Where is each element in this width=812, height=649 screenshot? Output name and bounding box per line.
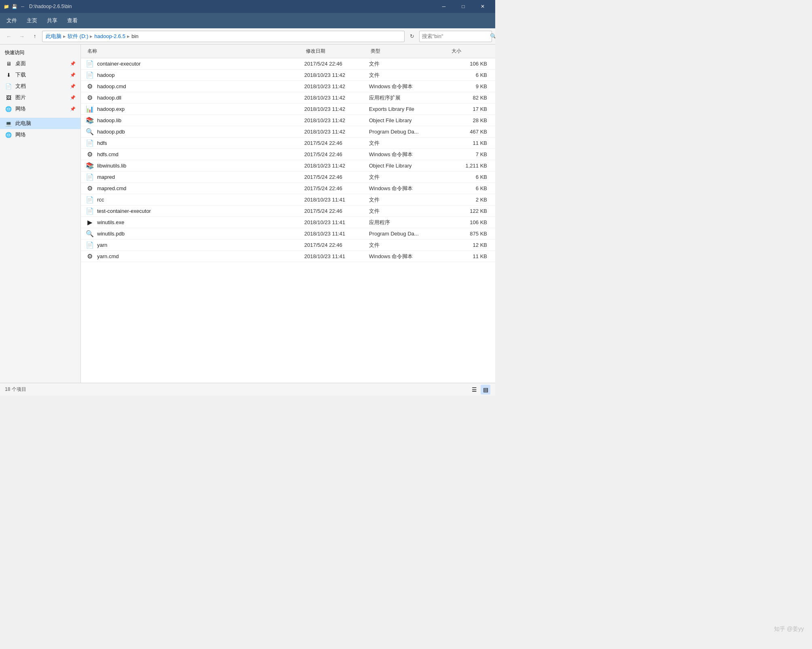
sidebar-item-docs-label: 文档: [15, 83, 26, 90]
breadcrumb-this-pc[interactable]: 此电脑: [46, 33, 61, 40]
table-row[interactable]: 📄 hdfs 2017/5/24 22:46 文件 11 KB: [81, 138, 495, 149]
file-name: hadoop.pdb: [97, 129, 125, 135]
file-name: winutils.pdb: [97, 231, 125, 237]
table-row[interactable]: ▶ winutils.exe 2018/10/23 11:41 应用程序 106…: [81, 217, 495, 228]
sidebar-item-download[interactable]: ⬇ 下载 📌: [0, 69, 81, 81]
table-row[interactable]: 📚 libwinutils.lib 2018/10/23 11:42 Objec…: [81, 160, 495, 172]
file-name: hadoop.lib: [97, 117, 121, 123]
maximize-button[interactable]: □: [454, 0, 473, 13]
file-name: hdfs.cmd: [97, 151, 119, 157]
address-bar: ← → ↑ 此电脑 ▸ 软件 (D:) ▸ hadoop-2.6.5 ▸ bin…: [0, 28, 495, 45]
sidebar-item-network[interactable]: 🌐 网络: [0, 129, 81, 140]
file-icon-exp: 📊: [86, 105, 94, 113]
menu-view[interactable]: 查看: [62, 15, 83, 27]
sidebar-item-download-label: 下载: [15, 71, 26, 78]
table-row[interactable]: 🔍 hadoop.pdb 2018/10/23 11:42 Program De…: [81, 126, 495, 138]
file-type: 应用程序: [369, 219, 450, 226]
list-view-button[interactable]: ☰: [469, 385, 479, 394]
file-name: yarn: [97, 242, 107, 248]
file-icon-lib: 📚: [86, 162, 94, 170]
file-name: test-container-executor: [97, 208, 151, 214]
network-icon: 🌐: [5, 131, 12, 138]
file-date: 2018/10/23 11:42: [304, 163, 369, 169]
file-type: 文件: [369, 72, 450, 79]
file-rows: 📄 container-executor 2017/5/24 22:46 文件 …: [81, 58, 495, 262]
menu-home[interactable]: 主页: [22, 15, 42, 27]
table-row[interactable]: 📄 yarn 2017/5/24 22:46 文件 12 KB: [81, 240, 495, 251]
quick-access-label: 快速访问: [0, 48, 81, 58]
breadcrumb-hadoop[interactable]: hadoop-2.6.5: [94, 33, 125, 39]
save-icon: 💾: [11, 3, 18, 10]
table-row[interactable]: 🔍 winutils.pdb 2018/10/23 11:41 Program …: [81, 228, 495, 240]
back-button[interactable]: ←: [3, 31, 15, 42]
sidebar-item-this-pc[interactable]: 💻 此电脑: [0, 118, 81, 129]
table-row[interactable]: 📄 test-container-executor 2017/5/24 22:4…: [81, 206, 495, 217]
menu-file[interactable]: 文件: [2, 15, 22, 27]
refresh-button[interactable]: ↻: [406, 31, 418, 42]
menu-bar: 文件 主页 共享 查看: [0, 13, 495, 28]
divider-icon: ─: [19, 3, 26, 10]
main-layout: 快速访问 🖥 桌面 📌 ⬇ 下载 📌 📄 文档 📌 🖼 图片 📌 🌐 网络 📌: [0, 45, 495, 383]
sidebar-item-network-quick[interactable]: 🌐 网络 📌: [0, 103, 81, 115]
file-size: 11 KB: [450, 140, 490, 146]
file-name: hadoop.cmd: [97, 83, 126, 89]
table-row[interactable]: ⚙ mapred.cmd 2017/5/24 22:46 Windows 命令脚…: [81, 183, 495, 194]
file-date: 2017/5/24 22:46: [304, 185, 369, 191]
forward-button[interactable]: →: [16, 31, 28, 42]
file-name: hadoop: [97, 72, 114, 78]
file-date: 2018/10/23 11:41: [304, 197, 369, 203]
table-row[interactable]: 📊 hadoop.exp 2018/10/23 11:42 Exports Li…: [81, 104, 495, 115]
file-size: 9 KB: [450, 83, 490, 89]
col-modified[interactable]: 修改日期: [304, 46, 369, 56]
breadcrumb-drive[interactable]: 软件 (D:): [68, 33, 88, 40]
table-row[interactable]: ⚙ yarn.cmd 2018/10/23 11:41 Windows 命令脚本…: [81, 251, 495, 262]
sidebar-item-this-pc-label: 此电脑: [15, 120, 31, 127]
file-name: container-executor: [97, 61, 141, 67]
file-size: 122 KB: [450, 208, 490, 214]
table-row[interactable]: 📄 mapred 2017/5/24 22:46 文件 6 KB: [81, 172, 495, 183]
col-type[interactable]: 类型: [369, 46, 450, 56]
file-type: 应用程序扩展: [369, 94, 450, 102]
table-row[interactable]: 📄 hadoop 2018/10/23 11:42 文件 6 KB: [81, 70, 495, 81]
file-type: Exports Library File: [369, 106, 450, 112]
search-button[interactable]: 🔍: [490, 33, 495, 39]
file-type: Windows 命令脚本: [369, 253, 450, 260]
file-size: 82 KB: [450, 95, 490, 101]
window-controls: ─ □ ✕: [435, 0, 492, 13]
sidebar-item-desktop[interactable]: 🖥 桌面 📌: [0, 58, 81, 69]
file-type: Object File Library: [369, 117, 450, 123]
file-type: 文件: [369, 208, 450, 215]
minimize-button[interactable]: ─: [435, 0, 453, 13]
table-row[interactable]: 📚 hadoop.lib 2018/10/23 11:42 Object Fil…: [81, 115, 495, 126]
table-row[interactable]: ⚙ hadoop.cmd 2018/10/23 11:42 Windows 命令…: [81, 81, 495, 92]
col-name[interactable]: 名称: [86, 46, 304, 56]
file-size: 6 KB: [450, 72, 490, 78]
file-date: 2018/10/23 11:42: [304, 83, 369, 89]
table-row[interactable]: 📄 rcc 2018/10/23 11:41 文件 2 KB: [81, 194, 495, 206]
file-type: Program Debug Da...: [369, 231, 450, 237]
file-icon-file: 📄: [86, 241, 94, 249]
up-button[interactable]: ↑: [29, 31, 40, 42]
file-icon-cmd: ⚙: [86, 185, 94, 193]
table-row[interactable]: ⚙ hdfs.cmd 2017/5/24 22:46 Windows 命令脚本 …: [81, 149, 495, 160]
sidebar-item-pictures[interactable]: 🖼 图片 📌: [0, 92, 81, 103]
title-bar-path: D:\hadoop-2.6.5\bin: [29, 4, 435, 9]
file-type: 文件: [369, 140, 450, 147]
title-bar-app-icons: 📁 💾 ─: [3, 3, 26, 10]
file-name: mapred: [97, 174, 115, 180]
file-size: 6 KB: [450, 185, 490, 191]
close-button[interactable]: ✕: [473, 0, 492, 13]
col-size[interactable]: 大小: [450, 46, 490, 56]
file-list: 名称 修改日期 类型 大小 📄 container-executor 2017/…: [81, 45, 495, 383]
detail-view-button[interactable]: ▤: [481, 385, 490, 394]
search-input[interactable]: [422, 33, 490, 39]
sidebar-item-desktop-label: 桌面: [15, 60, 26, 67]
title-bar: 📁 💾 ─ D:\hadoop-2.6.5\bin ─ □ ✕: [0, 0, 495, 13]
file-icon-file: 📄: [86, 139, 94, 147]
menu-share[interactable]: 共享: [42, 15, 62, 27]
table-row[interactable]: ⚙ hadoop.dll 2018/10/23 11:42 应用程序扩展 82 …: [81, 92, 495, 104]
file-date: 2018/10/23 11:41: [304, 253, 369, 259]
sidebar-item-documents[interactable]: 📄 文档 📌: [0, 81, 81, 92]
file-size: 6 KB: [450, 174, 490, 180]
table-row[interactable]: 📄 container-executor 2017/5/24 22:46 文件 …: [81, 58, 495, 70]
